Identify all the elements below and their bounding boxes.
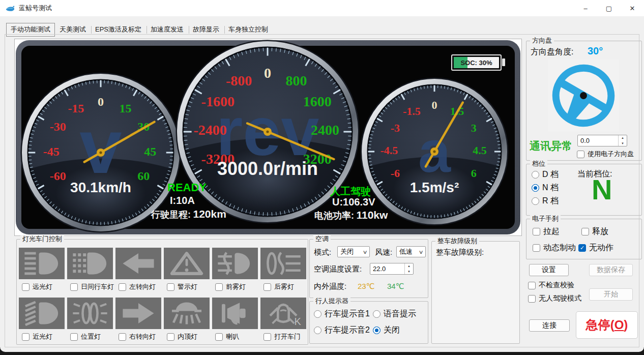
svg-text:-15: -15 [68,102,84,115]
svg-text:-1600: -1600 [201,94,235,109]
ac-fan-select[interactable]: 低速 ∨ [396,246,426,257]
window-title: 蓝鲸号测试 [19,4,52,13]
radio-mark [314,327,321,334]
rear-fog-tile [260,248,306,279]
estop-button[interactable]: 急停(O) [576,311,638,339]
steering-angle-value: 30° [588,45,603,57]
light-checkbox-11[interactable]: 喇叭 [215,332,239,341]
current-value: I:10A [170,195,195,206]
soc-label: SOC: 30% [454,57,499,68]
power-label: 电池功率: [314,211,354,221]
radio-mark [532,171,539,179]
checkbox-mark [119,333,126,341]
svg-text:800: 800 [285,73,307,88]
checkbox-mark [70,283,78,291]
svg-text:-800: -800 [226,73,252,88]
rear-fog-icon [265,250,302,277]
checkbox-mark [22,333,30,341]
gauge-accel-value: 1.5m/s² [410,180,459,195]
driverless-mode-checkbox[interactable]: 无人驾驶模式 [528,294,581,303]
light-checkbox-3-label: 左转向灯 [129,282,156,291]
light-checkbox-4[interactable]: 警示灯 [167,282,197,291]
gear-option-3-label: R 档 [542,196,559,206]
gear-option-1[interactable]: D 档 [532,169,559,180]
data-save-button[interactable]: 数据保存 [589,264,633,276]
checkbox-mark: ✓ [578,244,586,252]
mileage-label: 行驶里程: [151,210,191,220]
spinner-arrows-icon[interactable]: ▲▼ [618,135,627,146]
radio-mark [373,310,380,318]
checkbox-mark [528,282,536,289]
title-bar: 蓝鲸号测试 – ▢ ✕ [0,0,644,16]
light-checkbox-2[interactable]: 日间行车灯 [70,282,114,291]
soc-battery: SOC: 30% [451,54,505,71]
steering-angle-spinbox[interactable]: 0.0 ▲▼ [577,135,627,146]
horn-icon [216,300,254,327]
svg-text:45: 45 [144,145,156,158]
svg-text:6: 6 [471,167,477,180]
ac-mode-select[interactable]: 关闭 ∨ [337,246,370,257]
svg-text:-2400: -2400 [193,122,226,138]
maximize-icon[interactable]: ▢ [597,0,621,16]
high-beam-icon [23,250,61,277]
checkbox-mark [167,283,174,291]
close-icon[interactable]: ✕ [621,0,644,16]
minimize-icon[interactable]: – [574,0,597,16]
steering-angle-label: 方向盘角度: [531,47,573,57]
spinner-arrows-icon[interactable]: ▲▼ [404,263,413,274]
light-checkbox-3[interactable]: 左转向灯 [119,282,156,291]
soc-battery-terminal [502,58,505,66]
svg-text:-6: -6 [391,167,400,180]
horn-tile [212,298,258,329]
ac-temp-spinbox[interactable]: 22.0 ▲▼ [370,263,414,275]
ac-mode-label: 模式: [314,248,331,257]
gear-option-3[interactable]: R 档 [532,196,559,206]
svg-text:4.5: 4.5 [473,144,487,157]
light-checkbox-8[interactable]: 位置灯 [70,332,101,341]
settings-button[interactable]: 设置 [529,264,569,276]
ac-outside-temp: 34℃ [387,282,404,291]
checkbox-mark [167,333,174,341]
open-door-tile: K [260,298,306,329]
dome-light-icon [168,300,206,327]
handbrake-option-2[interactable]: 释放 [581,226,608,237]
pedestrian-option-4[interactable]: 关闭 [373,325,400,336]
no-check-verify-checkbox[interactable]: 不检查校验 [528,281,574,290]
pedestrian-option-2[interactable]: 语音提示 [373,309,416,319]
start-button[interactable]: 开始 [589,288,633,301]
handbrake-option-2-label: 释放 [592,226,608,237]
gauge-speed-value: 30.1km/h [70,180,131,195]
use-electronic-steering-checkbox[interactable]: 使用电子方向盘 [577,150,634,159]
svg-text:0: 0 [98,95,104,108]
fault-group: 整车故障级别 整车故障级别: [431,241,520,344]
light-checkbox-12[interactable]: 打开车门 [264,332,301,341]
light-checkbox-10-label: 内顶灯 [178,332,197,341]
light-checkbox-1[interactable]: 远光灯 [22,282,52,291]
light-checkbox-4-label: 警示灯 [178,282,197,291]
position-light-icon [71,300,109,327]
svg-text:0: 0 [432,99,437,111]
handbrake-option-4[interactable]: ✓无动作 [578,243,613,253]
pedestrian-option-1-label: 行车提示音1 [325,309,370,319]
gear-option-2[interactable]: N 档 [532,183,559,193]
connect-button[interactable]: 连接 [529,319,570,332]
handbrake-option-3-label: 动态制动 [543,243,576,253]
light-checkbox-5[interactable]: 前雾灯 [215,282,246,291]
handbrake-option-1[interactable]: 拉起 [533,226,560,237]
pedestrian-option-4-label: 关闭 [384,325,400,336]
light-checkbox-6[interactable]: 后雾灯 [264,282,294,291]
light-checkbox-10[interactable]: 内顶灯 [167,332,197,341]
open-door-icon: K [265,300,302,327]
handbrake-option-1-label: 拉起 [543,226,560,237]
handbrake-option-3[interactable]: 动态制动 [533,243,576,253]
fault-group-title: 整车故障级别 [435,237,479,245]
front-fog-icon [216,250,254,277]
light-checkbox-2-label: 日间行车灯 [81,282,114,291]
pedestrian-option-1[interactable]: 行车提示音1 [314,309,370,319]
light-checkbox-9[interactable]: 右转向灯 [119,332,156,341]
pedestrian-option-3[interactable]: 行车提示音2 [314,325,370,336]
svg-text:2400: 2400 [311,122,339,138]
light-checkbox-7[interactable]: 近光灯 [22,332,52,341]
mileage-value: 120km [193,208,226,220]
checkbox-mark [215,283,223,291]
